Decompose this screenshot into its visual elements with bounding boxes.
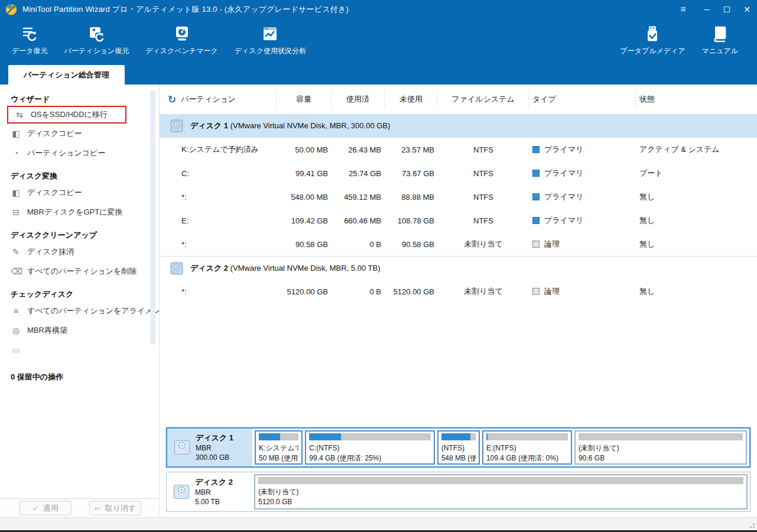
partition-row[interactable]: K:システムで予約済み 50.00 MB 26.43 MB 23.57 MB N… <box>160 138 757 161</box>
diskmap-partition-block[interactable]: (未割り当て) 5120.0 GB <box>254 474 748 510</box>
partition-used: 25.74 GB <box>332 161 385 185</box>
usage-bar <box>486 433 568 440</box>
resize-grip[interactable] <box>748 521 755 528</box>
maximize-icon[interactable]: ☐ <box>717 0 737 19</box>
refresh-icon[interactable]: ↻ <box>168 95 176 105</box>
toolbar-item-space-analyzer[interactable]: ディスク使用状況分析 <box>226 19 314 56</box>
sidebar-item[interactable]: ≡ すべてのパーティションをアライメント <box>11 301 159 320</box>
sidebar-item[interactable]: ⊟ MBRディスクをGPTに変換 <box>11 202 159 222</box>
toolbar-item-bootable-media[interactable]: ブータブルメディア <box>612 19 693 56</box>
disk-drive-icon <box>169 119 184 133</box>
sidebar-item[interactable]: ▭ <box>11 340 159 359</box>
app-logo-icon <box>5 3 18 16</box>
partition-row[interactable]: *: 90.58 GB 0 B 90.58 GB 未割り当て 論理 無し <box>160 232 757 256</box>
partition-filesystem: NTFS <box>438 185 529 209</box>
partition-row[interactable]: *: 5120.00 GB 0 B 5120.00 GB 未割り当て 論理 無し <box>160 280 757 303</box>
partition-capacity: 548.00 MB <box>277 185 332 209</box>
sidebar-item[interactable]: ◧ ディスクコピー <box>11 124 159 143</box>
sidebar-section: ディスククリーンアップ ✎ ディスク抹消 ⌫ すべてのパーティションを削除 <box>11 230 159 281</box>
partition-filesystem: NTFS <box>438 209 529 232</box>
toolbar-item-partition-recovery[interactable]: パーティション復元 <box>56 19 138 56</box>
sidebar-section: ウィザード ⇆ OSをSSD/HDDに移行 ◧ ディスクコピー ◔ パーティショ… <box>11 94 159 163</box>
diskmap-partition-block[interactable]: (NTFS) 548 MB (使用 <box>437 430 480 465</box>
usage-bar <box>309 433 430 440</box>
sidebar-action-list: ウィザード ⇆ OSをSSD/HDDに移行 ◧ ディスクコピー ◔ パーティショ… <box>0 85 159 367</box>
partition-unused: 90.58 GB <box>385 232 438 256</box>
menu-icon[interactable]: ≡ <box>673 0 693 19</box>
sidebar-item[interactable]: ⌫ すべてのパーティションを削除 <box>11 261 159 281</box>
column-header-partition: パーティション <box>181 94 236 105</box>
tab-partition-management[interactable]: パーティション総合管理 <box>8 65 125 85</box>
disk-drive-icon <box>173 439 191 456</box>
table-header-row: ↻ パーティション 容量 使用済 未使用 ファイルシステム タイプ 状態 <box>160 85 757 114</box>
sidebar-section-title: ディスククリーンアップ <box>11 230 159 241</box>
sidebar-section-title: ウィザード <box>11 94 159 105</box>
clipped-item-icon: ▭ <box>11 345 21 355</box>
minimize-icon[interactable]: ─ <box>697 0 717 19</box>
toolbar-item-data-recovery[interactable]: データ復元 <box>4 19 56 56</box>
toolbar-right-group: ブータブルメディア マニュアル <box>612 19 757 56</box>
tab-bar: パーティション総合管理 <box>0 65 757 85</box>
partition-status: アクティブ & システム <box>636 138 757 161</box>
partition-row[interactable]: *: 548.00 MB 459.12 MB 88.88 MB NTFS プライ… <box>160 185 757 209</box>
sidebar-item[interactable]: ◎ MBR再構築 <box>11 320 159 340</box>
mbr-to-gpt-icon: ⊟ <box>11 207 21 217</box>
window-title: MiniTool Partition Wizard プロ・アルティメット版 13… <box>22 4 349 15</box>
diskmap-disk-label[interactable]: ディスク 1MBR300.00 GB <box>167 429 252 466</box>
partition-type-swatch <box>532 146 540 153</box>
toolbar-item-disk-benchmark[interactable]: ディスクベンチマーク <box>137 19 226 56</box>
toolbar-item-manual[interactable]: マニュアル <box>694 19 746 56</box>
sidebar-item[interactable]: ⇆ OSをSSD/HDDに移行 <box>7 106 126 124</box>
column-header-capacity: 容量 <box>277 90 332 108</box>
partition-type-swatch <box>532 288 540 295</box>
partition-row[interactable]: E: 109.42 GB 660.46 MB 108.78 GB NTFS プラ… <box>160 209 757 232</box>
usage-bar <box>259 433 298 440</box>
diskmap-disk-row: ディスク 2MBR5.00 TB (未割り当て) 5120.0 GB <box>166 472 750 512</box>
diskmap-partition-block[interactable]: K:システムで予 50 MB (使用済: <box>255 430 303 465</box>
partition-name: C: <box>160 161 277 185</box>
migrate-os-icon: ⇆ <box>14 110 25 119</box>
partition-copy-icon: ◔ <box>11 148 21 158</box>
partition-status: 無し <box>636 232 757 256</box>
disk-copy-icon: ◧ <box>11 188 21 197</box>
undo-button[interactable]: ↩ 取り消す <box>89 501 141 515</box>
partition-type-swatch <box>532 241 540 248</box>
sidebar-item[interactable]: ◔ パーティションコピー <box>11 143 159 163</box>
wipe-disk-icon: ✎ <box>11 247 21 257</box>
diskmap-partition-block[interactable]: C:(NTFS) 99.4 GB (使用済: 25%) <box>305 430 434 465</box>
align-partitions-icon: ≡ <box>11 306 21 316</box>
sidebar: ウィザード ⇆ OSをSSD/HDDに移行 ◧ ディスクコピー ◔ パーティショ… <box>0 85 160 517</box>
partition-row[interactable]: C: 99.41 GB 25.74 GB 73.67 GB NTFS プライマリ… <box>160 161 757 185</box>
disk-group-row[interactable]: ディスク 2 (VMware Virtual NVMe Disk, MBR, 5… <box>160 256 757 280</box>
undo-arrow-icon: ↩ <box>95 504 100 512</box>
partition-unused: 23.57 MB <box>385 138 438 161</box>
disk-copy-icon: ◧ <box>11 129 21 138</box>
window-controls: ≡ ─ ☐ ✕ <box>673 0 757 19</box>
diskmap-partition-block[interactable]: (未割り当て) 90.6 GB <box>574 430 747 465</box>
partition-used: 0 B <box>332 280 385 303</box>
partition-unused: 108.78 GB <box>385 209 438 232</box>
partition-status: 無し <box>636 185 757 209</box>
partition-unused: 73.67 GB <box>385 161 438 185</box>
apply-button[interactable]: ✓ 適用 <box>20 501 72 515</box>
sidebar-scrollbar[interactable] <box>150 90 155 345</box>
data-recovery-icon <box>21 25 38 43</box>
sidebar-section-title: ディスク変換 <box>11 171 159 181</box>
partition-type: 論理 <box>529 280 636 303</box>
partition-name: E: <box>160 209 277 232</box>
partition-name: *: <box>160 185 277 209</box>
delete-all-partitions-icon: ⌫ <box>11 267 21 276</box>
sidebar-item[interactable]: ✎ ディスク抹消 <box>11 242 159 261</box>
sidebar-bottom-bar: ✓ 適用 ↩ 取り消す <box>0 498 159 517</box>
column-header-unused: 未使用 <box>385 90 438 108</box>
disk-group-row[interactable]: ディスク 1 (VMware Virtual NVMe Disk, MBR, 3… <box>160 114 757 138</box>
close-icon[interactable]: ✕ <box>737 0 757 19</box>
diskmap-disk-label[interactable]: ディスク 2MBR5.00 TB <box>167 472 252 511</box>
partition-used: 26.43 MB <box>332 138 385 161</box>
partition-used: 660.46 MB <box>332 209 385 232</box>
partition-capacity: 90.58 GB <box>277 232 332 256</box>
diskmap-partition-block[interactable]: E:(NTFS) 109.4 GB (使用済: 0%) <box>482 430 572 465</box>
usage-bar <box>258 477 743 484</box>
usage-bar <box>441 433 476 440</box>
sidebar-item[interactable]: ◧ ディスクコピー <box>11 183 159 202</box>
